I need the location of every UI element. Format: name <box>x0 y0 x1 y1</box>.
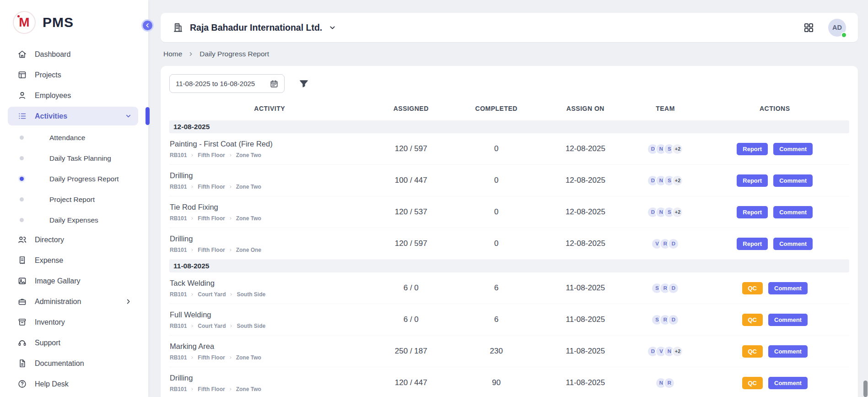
completed-cell: 0 <box>452 144 540 153</box>
path-segment: Zone Two <box>236 386 261 392</box>
sidebar-item-dashboard[interactable]: Dashboard <box>8 45 138 64</box>
gallery-icon <box>17 276 27 286</box>
date-range-input[interactable]: 11-08-2025 to 16-08-2025 <box>169 74 285 93</box>
path-segment: Fifth Floor <box>198 184 225 190</box>
sidebar-item-label: Directory <box>35 236 64 244</box>
actions-cell: ReportComment <box>701 238 849 250</box>
report-button[interactable]: Report <box>737 143 768 155</box>
bullet-dot <box>20 218 24 222</box>
company-selector[interactable]: Raja Bahadur International Ltd. <box>173 22 336 33</box>
assign-on-cell: 12-08-2025 <box>540 207 630 217</box>
activity-title: Drilling <box>170 374 365 382</box>
chevron-right-icon <box>229 387 232 391</box>
sidebar-item-label: Image Gallary <box>35 277 81 285</box>
chevron-right-icon <box>229 356 232 359</box>
qc-button[interactable]: QC <box>742 314 763 326</box>
sidebar-subitem-daily-task-planning[interactable]: Daily Task Planning <box>8 148 138 169</box>
activity-cell: Tack WeldingRB101Court YardSouth Side <box>169 274 370 302</box>
comment-button[interactable]: Comment <box>773 238 813 250</box>
activity-title: Drilling <box>170 234 365 243</box>
path-segment: Court Yard <box>198 323 226 329</box>
team-cell: DNS+2 <box>630 207 700 218</box>
sidebar-item-inventory[interactable]: Inventory <box>8 313 138 332</box>
sidebar-nav: DashboardProjectsEmployeesActivitiesAtte… <box>0 45 148 395</box>
activity-cell: Tie Rod FixingRB101Fifth FloorZone Two <box>169 198 370 226</box>
sidebar-item-projects[interactable]: Projects <box>8 65 138 84</box>
completed-cell: 0 <box>452 176 540 185</box>
date-group-header: 12-08-2025 <box>169 120 849 133</box>
activity-location-path: RB101Fifth FloorZone Two <box>170 386 365 392</box>
sidebar-item-help-desk[interactable]: Help Desk <box>8 375 138 393</box>
sidebar-item-label: Activities <box>35 112 67 120</box>
scrollbar-thumb[interactable] <box>863 381 868 397</box>
qc-button[interactable]: QC <box>742 345 763 358</box>
sidebar-item-label: Projects <box>35 71 61 79</box>
activity-title: Tack Welding <box>170 279 365 288</box>
column-header-actions: ACTIONS <box>701 105 849 112</box>
sidebar-subitem-daily-expenses[interactable]: Daily Expenses <box>8 210 138 230</box>
sidebar-subitem-project-report[interactable]: Project Report <box>8 189 138 210</box>
sidebar-subitem-label: Daily Expenses <box>49 216 98 224</box>
inventory-icon <box>17 317 27 327</box>
projects-icon <box>17 70 27 80</box>
activity-title: Painting - First Coat (Fire Red) <box>170 140 365 148</box>
calendar-icon[interactable] <box>270 79 279 88</box>
report-button[interactable]: Report <box>737 206 768 218</box>
assign-on-cell: 12-08-2025 <box>540 144 630 153</box>
chevron-right-icon <box>125 298 132 305</box>
activity-cell: DrillingRB101Fifth FloorZone One <box>169 230 370 258</box>
activity-location-path: RB101Fifth FloorZone Two <box>170 354 365 361</box>
team-cell: DNS+2 <box>630 143 700 155</box>
sidebar-collapse-button[interactable] <box>141 19 154 32</box>
team-extra-count: +2 <box>672 207 683 218</box>
filter-funnel-icon[interactable] <box>298 78 309 89</box>
qc-button[interactable]: QC <box>742 377 763 389</box>
help-icon <box>17 379 27 389</box>
team-member-avatar: D <box>668 314 679 326</box>
actions-cell: QCComment <box>701 345 849 358</box>
comment-button[interactable]: Comment <box>768 282 808 294</box>
report-button[interactable]: Report <box>737 174 768 187</box>
activity-location-path: RB101Fifth FloorZone One <box>170 247 365 253</box>
date-group-header: 11-08-2025 <box>169 260 849 272</box>
apps-grid-icon[interactable] <box>803 22 814 33</box>
sidebar-item-label: Support <box>35 339 60 347</box>
comment-button[interactable]: Comment <box>773 143 813 155</box>
assign-on-cell: 11-08-2025 <box>540 347 630 356</box>
comment-button[interactable]: Comment <box>768 377 808 389</box>
sidebar-item-image-gallary[interactable]: Image Gallary <box>8 272 138 290</box>
assigned-cell: 120 / 597 <box>370 144 452 153</box>
sidebar-item-directory[interactable]: Directory <box>8 230 138 249</box>
sidebar-subitem-attendance[interactable]: Attendance <box>8 127 138 148</box>
sidebar-item-label: Dashboard <box>35 50 70 59</box>
comment-button[interactable]: Comment <box>773 206 813 218</box>
sidebar-item-activities[interactable]: Activities <box>8 107 138 125</box>
qc-button[interactable]: QC <box>742 282 763 294</box>
chevron-right-icon <box>190 387 194 391</box>
activity-row: Tie Rod FixingRB101Fifth FloorZone Two12… <box>169 196 849 228</box>
sidebar-item-documentation[interactable]: Documentation <box>8 354 138 373</box>
sidebar-item-employees[interactable]: Employees <box>8 86 138 105</box>
comment-button[interactable]: Comment <box>768 345 808 358</box>
sidebar-item-expense[interactable]: Expense <box>8 251 138 270</box>
app-title: PMS <box>43 15 74 30</box>
comment-button[interactable]: Comment <box>773 174 813 187</box>
column-header-assign-on: ASSIGN ON <box>540 105 630 112</box>
sidebar-item-administration[interactable]: Administration <box>8 292 138 311</box>
team-extra-count: +2 <box>672 346 683 357</box>
user-avatar[interactable]: AD <box>828 19 846 37</box>
assigned-cell: 120 / 597 <box>370 239 452 248</box>
sidebar-item-support[interactable]: Support <box>8 333 138 352</box>
comment-button[interactable]: Comment <box>768 314 808 326</box>
app-root: M PMS DashboardProjectsEmployeesActiviti… <box>0 0 868 397</box>
actions-cell: ReportComment <box>701 174 849 187</box>
sidebar-item-label: Expense <box>35 256 63 265</box>
sidebar-item-label: Administration <box>35 298 81 306</box>
report-button[interactable]: Report <box>737 238 768 250</box>
path-segment: RB101 <box>170 184 187 190</box>
assign-on-cell: 12-08-2025 <box>540 239 630 248</box>
breadcrumb-home-link[interactable]: Home <box>163 50 182 58</box>
table-body: 12-08-2025Painting - First Coat (Fire Re… <box>169 120 849 397</box>
path-segment: Fifth Floor <box>198 354 225 361</box>
sidebar-subitem-daily-progress-report[interactable]: Daily Progress Report <box>8 169 138 189</box>
